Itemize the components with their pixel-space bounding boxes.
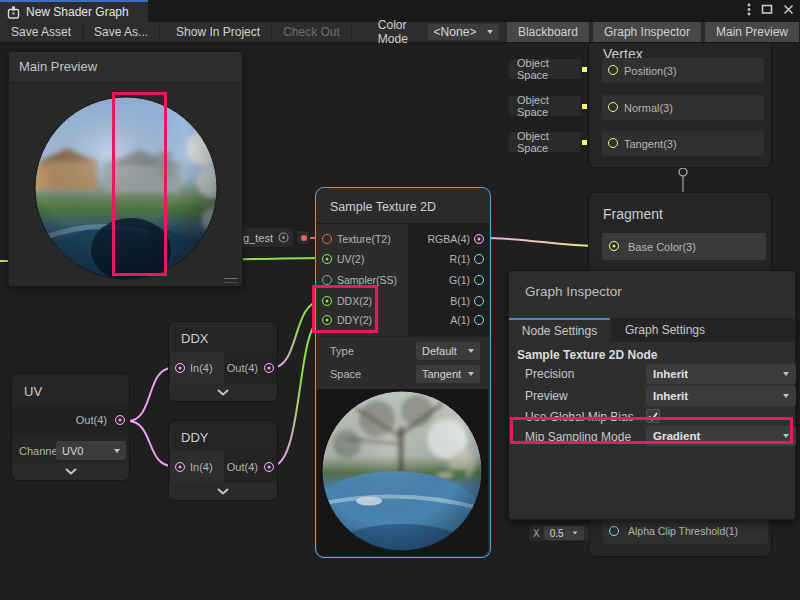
- chevron-down-icon: [64, 468, 78, 475]
- ddy-node[interactable]: DDY In(4) Out(4): [168, 420, 278, 501]
- texture-thumb-icon: [278, 232, 289, 243]
- port-label: G(1): [449, 274, 470, 286]
- rgba-out-port[interactable]: [474, 234, 484, 244]
- port-label: Out(4): [227, 461, 258, 473]
- preview-dropdown[interactable]: Inherit: [646, 386, 796, 406]
- badge-label: Object Space: [517, 94, 581, 118]
- highlight-preview-rect: [112, 92, 167, 276]
- port-label: A(1): [450, 314, 470, 326]
- toolbar: Save Asset Save As... Show In Project Ch…: [0, 22, 800, 43]
- color-mode-value: <None>: [434, 25, 477, 39]
- type-label: Type: [330, 345, 354, 357]
- inspector-tabstrip: Node Settings Graph Settings: [509, 318, 795, 342]
- chevron-down-icon: [216, 389, 230, 396]
- ddx-in-port[interactable]: [175, 363, 185, 373]
- kebab-menu-icon[interactable]: [747, 2, 751, 16]
- gtest-port-box: [296, 230, 310, 245]
- uv-collapse-button[interactable]: [12, 463, 129, 480]
- uv-node[interactable]: UV Out(4) Channe UV0: [11, 373, 130, 481]
- object-space-badge[interactable]: Object Space: [508, 131, 582, 153]
- ddx-collapse-button[interactable]: [169, 384, 277, 401]
- a-out-port[interactable]: [474, 315, 484, 325]
- port-label: Texture(T2): [337, 233, 391, 245]
- shader-graph-icon: [7, 6, 20, 19]
- texture-out-port[interactable]: [301, 235, 307, 241]
- main-preview-title: Main Preview: [19, 59, 97, 74]
- inspector-title: Graph Inspector: [525, 284, 622, 299]
- space-dropdown[interactable]: Tangent: [416, 365, 480, 383]
- fragment-node-title: Fragment: [603, 206, 663, 222]
- highlight-ddx-ddy-rect: [312, 285, 378, 333]
- maximize-icon[interactable]: [761, 3, 773, 15]
- color-mode-dropdown[interactable]: <None>: [428, 24, 499, 40]
- g-out-port[interactable]: [474, 275, 484, 285]
- channel-value: UV0: [62, 445, 83, 457]
- preview-resize-handle[interactable]: [224, 278, 238, 283]
- ddy-in-port[interactable]: [175, 462, 185, 472]
- color-mode-label: Color Mode: [352, 22, 428, 42]
- tab-title: New Shader Graph: [26, 5, 129, 19]
- show-in-project-button[interactable]: Show In Project: [165, 22, 272, 42]
- alpha-clip-port[interactable]: [609, 526, 619, 536]
- normal-port[interactable]: [608, 102, 618, 112]
- main-preview-header[interactable]: Main Preview: [9, 52, 242, 83]
- tab-label: Node Settings: [522, 324, 597, 338]
- alpha-clip-row: Alpha Clip Threshold(1): [602, 518, 768, 544]
- badge-port: [582, 104, 587, 109]
- ddx-out-port[interactable]: [264, 363, 274, 373]
- save-asset-button[interactable]: Save Asset: [0, 22, 83, 42]
- ddy-collapse-button[interactable]: [169, 483, 277, 500]
- tab-graph-settings[interactable]: Graph Settings: [610, 318, 720, 342]
- port-label: Out(4): [76, 414, 107, 426]
- vertex-node[interactable]: Vertex Position(3) Normal(3) Tangent(3): [588, 34, 772, 168]
- sample-texture-node[interactable]: Sample Texture 2D Texture(T2) UV(2) Samp…: [315, 187, 491, 558]
- port-label: Out(4): [227, 362, 258, 374]
- ddx-node[interactable]: DDX In(4) Out(4): [168, 321, 278, 402]
- texture-in-port[interactable]: [322, 234, 332, 244]
- sample-node-title: Sample Texture 2D: [330, 200, 436, 214]
- dropdown-arrow-icon: [114, 449, 120, 453]
- sampler-port[interactable]: [322, 275, 332, 285]
- axis-label: X: [533, 528, 540, 539]
- ddy-out-port[interactable]: [264, 462, 274, 472]
- precision-label: Precision: [525, 367, 574, 381]
- vertex-port-row: Position(3): [602, 58, 764, 83]
- port-label: Alpha Clip Threshold(1): [628, 525, 738, 537]
- property-label: g_test: [243, 232, 273, 244]
- tab-node-settings[interactable]: Node Settings: [509, 318, 610, 342]
- alpha-value-badge[interactable]: X 0.5: [528, 524, 590, 542]
- uv-out-port[interactable]: [115, 415, 125, 425]
- tangent-port[interactable]: [608, 138, 618, 148]
- port-label: In(4): [190, 362, 213, 374]
- space-value: Tangent: [422, 368, 461, 380]
- channel-dropdown[interactable]: UV0: [56, 441, 126, 460]
- ddx-node-title: DDX: [181, 331, 208, 346]
- graph-inspector-panel[interactable]: Graph Inspector Node Settings Graph Sett…: [508, 270, 796, 520]
- vertex-port-row: Normal(3): [602, 95, 764, 120]
- shader-graph-tab[interactable]: New Shader Graph: [0, 0, 148, 22]
- port-label: Base Color(3): [628, 241, 696, 253]
- type-dropdown[interactable]: Default: [416, 342, 480, 360]
- base-color-row: Base Color(3): [602, 233, 766, 260]
- object-space-badge[interactable]: Object Space: [508, 58, 582, 80]
- r-out-port[interactable]: [474, 254, 484, 264]
- main-preview-toggle[interactable]: Main Preview: [705, 22, 800, 42]
- blackboard-toggle[interactable]: Blackboard: [507, 22, 590, 42]
- object-space-badge[interactable]: Object Space: [508, 95, 582, 117]
- b-out-port[interactable]: [474, 296, 484, 306]
- uv-in-port[interactable]: [322, 254, 332, 264]
- base-color-port[interactable]: [609, 241, 619, 251]
- alpha-value-field[interactable]: 0.5: [544, 526, 584, 540]
- check-out-button[interactable]: Check Out: [272, 22, 352, 42]
- close-icon[interactable]: [783, 4, 794, 15]
- vertex-port-row: Tangent(3): [602, 131, 764, 156]
- save-as-button[interactable]: Save As...: [83, 22, 160, 42]
- position-port[interactable]: [608, 65, 618, 75]
- tab-label: Graph Settings: [625, 323, 705, 337]
- badge-label: Object Space: [517, 57, 581, 81]
- graph-inspector-toggle[interactable]: Graph Inspector: [593, 22, 702, 42]
- precision-dropdown[interactable]: Inherit: [646, 364, 796, 384]
- preview-label: Preview: [525, 389, 568, 403]
- window-controls: [747, 2, 794, 16]
- dropdown-arrow-icon: [487, 30, 493, 34]
